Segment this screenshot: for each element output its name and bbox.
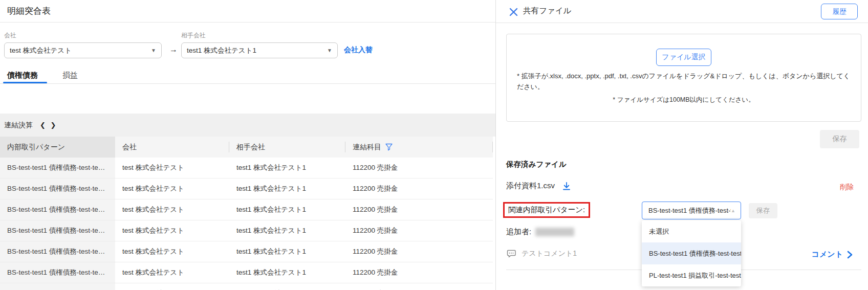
dropdown-option[interactable]: 未選択 <box>642 220 741 242</box>
comments-link-label: コメント <box>812 250 843 259</box>
tab-profit-loss[interactable]: 損益 <box>62 71 78 80</box>
divider <box>0 83 495 84</box>
filter-icon[interactable] <box>385 143 393 151</box>
cell-pattern: BS-test-test1 債権債務-test-te… <box>0 158 115 178</box>
chevron-up-icon: ▲ <box>731 208 735 213</box>
company-select-value: test 株式会社テスト <box>10 46 72 55</box>
save-upload-button[interactable]: 保存 <box>820 130 859 148</box>
pattern-select[interactable]: BS-test-test1 債権債務-test-test1 ▲ <box>642 202 741 219</box>
cell-counterparty: test1 株式会社テスト1 <box>229 241 345 262</box>
cell-account: 112200 売掛金 <box>345 158 493 178</box>
table-row[interactable]: BS-test-test1 債権債務-test-te… test 株式会社テスト… <box>0 283 493 290</box>
arrow-right-icon: → <box>168 45 179 54</box>
saved-file-row: 添付資料1.csv <box>506 181 571 191</box>
shared-files-panel: 共有ファイル 履歴 ファイル選択 * 拡張子が.xlsx, .docx, .pp… <box>495 0 868 290</box>
company-select[interactable]: test 株式会社テスト ▼ <box>4 42 162 58</box>
pattern-select-value: BS-test-test1 債権債務-test-test1 <box>648 206 731 215</box>
cell-account: 112200 売掛金 <box>345 241 493 262</box>
cell-account: 112200 売掛金 <box>345 220 493 241</box>
pattern-save-button[interactable]: 保存 <box>749 203 777 218</box>
cell-pattern: BS-test-test1 債権債務-test-te… <box>0 199 115 220</box>
upload-size-note: * ファイルサイズは100MB以内にしてください。 <box>517 96 851 104</box>
redacted-user-name <box>535 228 574 236</box>
cell-counterparty: test1 株式会社テスト1 <box>229 199 345 220</box>
cell-pattern: BS-test-test1 債権債務-test-te… <box>0 262 115 283</box>
cell-company: test 株式会社テスト <box>115 220 229 241</box>
table-row[interactable]: BS-test-test1 債権債務-test-te… test 株式会社テスト… <box>0 158 493 179</box>
reconciliation-panel: 明細突合表 会社 test 株式会社テスト ▼ → 相手会社 test1 株式会… <box>0 0 495 290</box>
collapse-expand-chevrons-icon[interactable]: ❮ ❯ <box>40 121 57 129</box>
file-name: 添付資料1.csv <box>506 181 555 191</box>
cell-company: test 株式会社テスト <box>115 199 229 220</box>
cell-company: test 株式会社テスト <box>115 158 229 178</box>
chevron-down-icon: ▼ <box>327 48 332 53</box>
counterparty-select[interactable]: test1 株式会社テスト1 ▼ <box>181 42 338 58</box>
column-header-company[interactable]: 会社 <box>115 137 229 158</box>
dropdown-option[interactable]: PL-test-test1 損益取引-test-test1 <box>642 264 741 286</box>
history-button[interactable]: 履歴 <box>821 4 858 19</box>
consolidated-section-header: 連結決算 ❮ ❯ <box>0 114 495 137</box>
cell-company: test 株式会社テスト <box>115 283 229 290</box>
divider <box>496 23 868 23</box>
added-by-label: 追加者: <box>506 227 531 237</box>
table-row[interactable]: BS-test-test1 債権債務-test-te… test 株式会社テスト… <box>0 262 493 283</box>
cell-company: test 株式会社テスト <box>115 179 229 199</box>
table-row[interactable]: BS-test-test1 債権債務-test-te… test 株式会社テスト… <box>0 199 493 220</box>
cell-account: 112200 売掛金 <box>345 199 493 220</box>
close-icon[interactable] <box>509 8 518 16</box>
column-header-account[interactable]: 連結科目 <box>345 137 493 158</box>
pattern-dropdown-menu: 未選択 BS-test-test1 債権債務-test-test1 PL-tes… <box>642 220 741 286</box>
column-header-pattern[interactable]: 内部取引パターン <box>0 137 115 158</box>
company-swap-link[interactable]: 会社入替 <box>344 46 373 55</box>
counterparty-select-value: test1 株式会社テスト1 <box>187 46 256 55</box>
comment-bubble-icon <box>506 249 516 259</box>
page-title: 明細突合表 <box>7 5 51 17</box>
cell-pattern: BS-test-test1 債権債務-test-te… <box>0 220 115 241</box>
panel-title: 共有ファイル <box>523 6 571 16</box>
upload-instruction: * 拡張子が.xlsx, .docx, .pptx, .pdf, .txt, .… <box>517 71 851 93</box>
cell-pattern: BS-test-test1 債権債務-test-te… <box>0 179 115 199</box>
cell-counterparty: test1 株式会社テスト1 <box>229 262 345 283</box>
comment-preview-text: テストコメント1 <box>522 249 577 258</box>
comments-link[interactable]: コメント <box>812 250 853 259</box>
table-header: 内部取引パターン 会社 相手会社 連結科目 <box>0 137 493 158</box>
divider <box>0 22 495 23</box>
tab-receivables-payables[interactable]: 債権債務 <box>7 71 38 80</box>
table-row[interactable]: BS-test-test1 債権債務-test-te… test 株式会社テスト… <box>0 241 493 262</box>
section-title: 連結決算 <box>4 121 33 130</box>
chevron-right-icon <box>847 251 853 259</box>
dropdown-option[interactable]: BS-test-test1 債権債務-test-test1 <box>642 242 741 264</box>
cell-counterparty: test1 株式会社テスト1 <box>229 179 345 199</box>
table-row[interactable]: BS-test-test1 債権債務-test-te… test 株式会社テスト… <box>0 220 493 241</box>
table-row[interactable]: BS-test-test1 債権債務-test-te… test 株式会社テスト… <box>0 179 493 199</box>
cell-pattern: BS-test-test1 債権債務-test-te… <box>0 283 115 290</box>
added-by-row: 追加者: <box>506 227 574 237</box>
cell-counterparty: test1 株式会社テスト1 <box>229 158 345 178</box>
file-dropzone[interactable]: ファイル選択 * 拡張子が.xlsx, .docx, .pptx, .pdf, … <box>506 34 861 122</box>
comment-preview-row: テストコメント1 <box>506 249 577 259</box>
cell-account: 112200 売掛金 <box>345 262 493 283</box>
cell-account: 112200 売掛金 <box>345 283 493 290</box>
cell-counterparty: test1 株式会社テスト1 <box>229 283 345 290</box>
cell-counterparty: test1 株式会社テスト1 <box>229 220 345 241</box>
cell-company: test 株式会社テスト <box>115 241 229 262</box>
cell-pattern: BS-test-test1 債権債務-test-te… <box>0 241 115 262</box>
saved-files-heading: 保存済みファイル <box>506 160 567 169</box>
company-label: 会社 <box>4 31 16 40</box>
delete-link[interactable]: 削除 <box>840 183 854 192</box>
table-body: BS-test-test1 債権債務-test-te… test 株式会社テスト… <box>0 158 493 290</box>
column-header-counterparty[interactable]: 相手会社 <box>229 137 345 158</box>
file-select-button[interactable]: ファイル選択 <box>656 49 711 66</box>
pattern-label-annotation-box: 関連内部取引パターン: <box>503 202 590 218</box>
download-icon[interactable] <box>562 182 571 191</box>
cell-account: 112200 売掛金 <box>345 179 493 199</box>
chevron-down-icon: ▼ <box>151 48 156 53</box>
cell-company: test 株式会社テスト <box>115 262 229 283</box>
pattern-label: 関連内部取引パターン: <box>508 206 585 214</box>
counterparty-label: 相手会社 <box>181 31 206 40</box>
